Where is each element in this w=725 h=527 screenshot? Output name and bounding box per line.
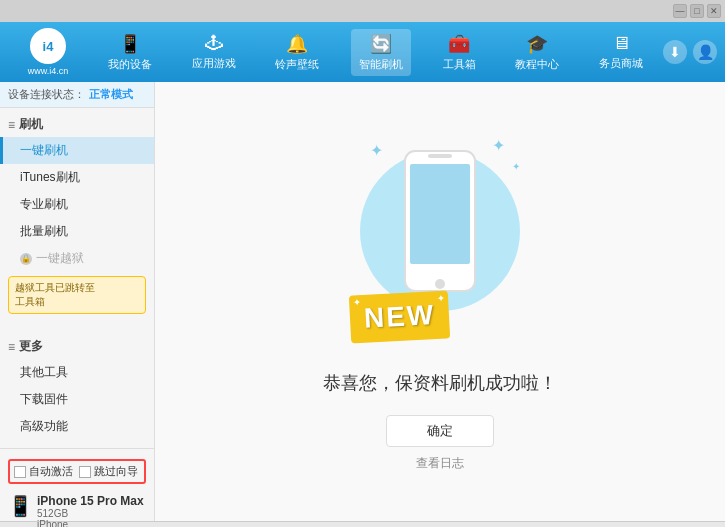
- nav-toolbox-icon: 🧰: [448, 33, 470, 55]
- nav-toolbox[interactable]: 🧰 工具箱: [435, 29, 484, 76]
- phone-svg: [400, 146, 480, 296]
- topbar: i4 www.i4.cn 📱 我的设备 🕹 应用游戏 🔔 铃声壁纸 🔄 智能刷机…: [0, 22, 725, 82]
- svg-rect-2: [428, 154, 452, 158]
- svg-point-3: [435, 279, 445, 289]
- win-close-btn[interactable]: ✕: [707, 4, 721, 18]
- sparkle-2: ✦: [492, 136, 505, 155]
- pro-flash-label: 专业刷机: [20, 197, 68, 211]
- sidebar-item-advanced[interactable]: 高级功能: [0, 413, 154, 440]
- sidebar-item-one-key-flash[interactable]: 一键刷机: [0, 137, 154, 164]
- win-max-btn[interactable]: □: [690, 4, 704, 18]
- new-star-left: ✦: [353, 297, 362, 308]
- nav-toolbox-label: 工具箱: [443, 57, 476, 72]
- auto-activate-checkbox[interactable]: 自动激活: [14, 464, 73, 479]
- logo-icon: i4: [30, 28, 66, 64]
- nav-service-icon: 🖥: [612, 33, 630, 54]
- win-min-btn[interactable]: —: [673, 4, 687, 18]
- device-row: 📱 iPhone 15 Pro Max 512GB iPhone: [0, 490, 154, 527]
- auto-guide-box[interactable]: [79, 466, 91, 478]
- sidebar-bottom: 自动激活 跳过向导 📱 iPhone 15 Pro Max 512GB iPho…: [0, 444, 154, 527]
- sidebar-divider-2: [0, 448, 154, 449]
- more-group-header: ≡ 更多: [0, 334, 154, 359]
- more-section: ≡ 更多 其他工具 下载固件 高级功能: [0, 330, 154, 444]
- nav-device-label: 我的设备: [108, 57, 152, 72]
- new-badge: ✦ NEW ✦: [349, 290, 451, 343]
- nav-app-label: 应用游戏: [192, 56, 236, 71]
- nav-ringtone[interactable]: 🔔 铃声壁纸: [267, 29, 327, 76]
- nav-app-icon: 🕹: [205, 33, 223, 54]
- success-illustration: ✦ ✦ ✦ ✦ NEW ✦: [340, 131, 540, 351]
- jailbreak-label: 一键越狱: [36, 250, 84, 267]
- sidebar-item-itunes-flash[interactable]: iTunes刷机: [0, 164, 154, 191]
- nav-service-label: 务员商城: [599, 56, 643, 71]
- sidebar: 设备连接状态： 正常模式 ≡ 刷机 一键刷机 iTunes刷机 专业刷机 批量刷…: [0, 82, 155, 521]
- status-bar: 设备连接状态： 正常模式: [0, 82, 154, 108]
- auto-guide-checkbox[interactable]: 跳过向导: [79, 464, 138, 479]
- flash-group-label: 刷机: [19, 116, 43, 133]
- status-value: 正常模式: [89, 87, 133, 102]
- download-firmware-label: 下载固件: [20, 392, 68, 406]
- device-name: iPhone 15 Pro Max: [37, 494, 146, 508]
- phone-image: [400, 146, 480, 299]
- itunes-flash-label: iTunes刷机: [20, 170, 80, 184]
- logo[interactable]: i4 www.i4.cn: [8, 28, 88, 76]
- nav-app-games[interactable]: 🕹 应用游戏: [184, 29, 244, 75]
- flash-group-icon: ≡: [8, 118, 15, 132]
- checkbox-area: 自动激活 跳过向导: [0, 453, 154, 490]
- notice-text: 越狱工具已跳转至 工具箱: [15, 282, 95, 307]
- nav-my-device[interactable]: 📱 我的设备: [100, 29, 160, 76]
- flash-group-header: ≡ 刷机: [0, 112, 154, 137]
- auto-guide-label: 跳过向导: [94, 464, 138, 479]
- nav-smart-flash[interactable]: 🔄 智能刷机: [351, 29, 411, 76]
- auto-activate-label: 自动激活: [29, 464, 73, 479]
- titlebar: — □ ✕: [0, 0, 725, 22]
- user-btn[interactable]: 👤: [693, 40, 717, 64]
- device-storage: 512GB: [37, 508, 146, 519]
- advanced-label: 高级功能: [20, 419, 68, 433]
- svg-rect-1: [410, 164, 470, 264]
- log-link[interactable]: 查看日志: [416, 455, 464, 472]
- main-layout: 设备连接状态： 正常模式 ≡ 刷机 一键刷机 iTunes刷机 专业刷机 批量刷…: [0, 82, 725, 521]
- auto-activate-box[interactable]: [14, 466, 26, 478]
- download-btn[interactable]: ⬇: [663, 40, 687, 64]
- sidebar-item-jailbreak: 🔒 一键越狱: [0, 245, 154, 272]
- nav-bar: 📱 我的设备 🕹 应用游戏 🔔 铃声壁纸 🔄 智能刷机 🧰 工具箱 🎓 教程中心…: [88, 29, 663, 76]
- nav-service[interactable]: 🖥 务员商城: [591, 29, 651, 75]
- flash-section: ≡ 刷机 一键刷机 iTunes刷机 专业刷机 批量刷机 🔒 一键越狱 越狱工具…: [0, 108, 154, 322]
- device-type: iPhone: [37, 519, 146, 527]
- nav-tutorial-icon: 🎓: [526, 33, 548, 55]
- phone-icon: 📱: [8, 494, 33, 518]
- confirm-button[interactable]: 确定: [386, 415, 494, 447]
- sparkle-1: ✦: [370, 141, 383, 160]
- more-group-icon: ≡: [8, 340, 15, 354]
- success-message: 恭喜您，保资料刷机成功啦！: [323, 371, 557, 395]
- nav-ring-icon: 🔔: [286, 33, 308, 55]
- sparkle-3: ✦: [512, 161, 520, 172]
- new-star-right: ✦: [436, 293, 445, 304]
- checkbox-row: 自动激活 跳过向导: [8, 459, 146, 484]
- status-label: 设备连接状态：: [8, 87, 85, 102]
- nav-tutorial-label: 教程中心: [515, 57, 559, 72]
- nav-device-icon: 📱: [119, 33, 141, 55]
- sidebar-item-other-tools[interactable]: 其他工具: [0, 359, 154, 386]
- batch-flash-label: 批量刷机: [20, 224, 68, 238]
- nav-tutorial[interactable]: 🎓 教程中心: [507, 29, 567, 76]
- sidebar-item-batch-flash[interactable]: 批量刷机: [0, 218, 154, 245]
- nav-ring-label: 铃声壁纸: [275, 57, 319, 72]
- new-text: NEW: [363, 299, 436, 334]
- one-key-flash-label: 一键刷机: [20, 143, 68, 157]
- nav-flash-label: 智能刷机: [359, 57, 403, 72]
- other-tools-label: 其他工具: [20, 365, 68, 379]
- device-info: iPhone 15 Pro Max 512GB iPhone: [37, 494, 146, 527]
- content-area: ✦ ✦ ✦ ✦ NEW ✦ 恭喜您，保资料刷机成功啦！ 确定 查看日志: [155, 82, 725, 521]
- logo-url: www.i4.cn: [28, 66, 69, 76]
- sidebar-item-pro-flash[interactable]: 专业刷机: [0, 191, 154, 218]
- nav-flash-icon: 🔄: [370, 33, 392, 55]
- notice-box: 越狱工具已跳转至 工具箱: [8, 276, 146, 314]
- more-group-label: 更多: [19, 338, 43, 355]
- sidebar-item-download-firmware[interactable]: 下载固件: [0, 386, 154, 413]
